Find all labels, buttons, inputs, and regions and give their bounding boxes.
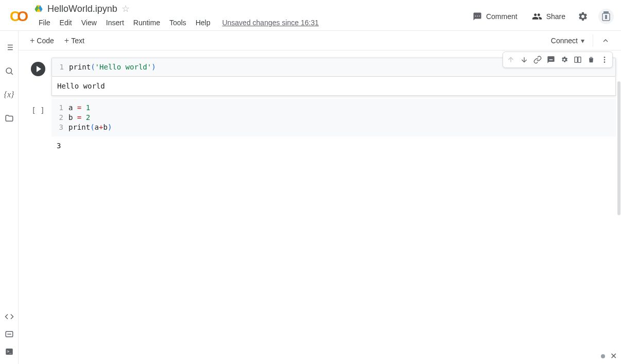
connect-button[interactable]: Connect ▾: [547, 34, 589, 47]
code-line[interactable]: 1a = 1: [53, 103, 611, 113]
cell-action-delete-icon[interactable]: [584, 53, 598, 66]
star-icon[interactable]: ☆: [122, 3, 130, 14]
share-icon: [532, 11, 542, 22]
variables-icon[interactable]: {x}: [4, 90, 14, 100]
add-text-button[interactable]: + Text: [60, 34, 89, 47]
svg-point-21: [604, 61, 606, 63]
share-button[interactable]: Share: [527, 8, 571, 25]
menu-file[interactable]: File: [34, 16, 55, 29]
cell-action-bar: [503, 51, 613, 68]
svg-rect-18: [578, 57, 581, 63]
cell-action-more-icon[interactable]: [598, 53, 611, 66]
code-line[interactable]: 2b = 2: [53, 113, 611, 123]
save-status[interactable]: Unsaved changes since 16:31: [215, 19, 319, 27]
comment-icon: [473, 12, 482, 21]
menu-view[interactable]: View: [77, 16, 101, 29]
command-palette-icon[interactable]: [4, 329, 14, 339]
dropdown-icon: ▾: [581, 37, 584, 45]
collapse-icon[interactable]: [597, 34, 614, 47]
svg-rect-17: [575, 57, 577, 63]
menu-runtime[interactable]: Runtime: [129, 16, 165, 29]
close-icon[interactable]: ✕: [610, 351, 617, 361]
status-dot: [601, 354, 605, 358]
left-sidebar: {x} >_: [0, 31, 19, 364]
status-bar: ✕: [601, 351, 617, 361]
svg-line-10: [11, 73, 12, 74]
add-code-button[interactable]: + Code: [26, 34, 58, 47]
colab-logo[interactable]: CO: [4, 2, 31, 30]
menu-help[interactable]: Help: [191, 16, 215, 29]
cell-action-up-icon: [504, 53, 518, 66]
notebook-toolbar: + Code + Text Connect ▾: [19, 31, 621, 50]
menu-edit[interactable]: Edit: [55, 16, 77, 29]
settings-icon[interactable]: [575, 8, 591, 25]
comment-button[interactable]: Comment: [468, 9, 523, 24]
cell-output: Hello world: [51, 77, 616, 96]
search-icon[interactable]: [4, 66, 14, 76]
code-editor[interactable]: 1a = 12b = 23print(a+b): [51, 99, 616, 136]
scrollbar-thumb[interactable]: [617, 81, 620, 215]
cell-action-comment-icon[interactable]: [544, 53, 558, 66]
svg-point-20: [604, 59, 606, 61]
code-line[interactable]: 3print(a+b): [53, 123, 611, 132]
svg-point-9: [6, 68, 12, 74]
svg-point-19: [604, 57, 606, 58]
cell-action-down-icon[interactable]: [518, 53, 531, 66]
cell-action-mirror-icon[interactable]: [571, 53, 584, 66]
cell-action-link-icon[interactable]: [531, 53, 544, 66]
cell-output: 3: [51, 136, 616, 155]
svg-text:>_: >_: [7, 349, 12, 354]
notebook-title[interactable]: HelloWorld.ipynb: [47, 4, 117, 14]
menu-bar: FileEditViewInsertRuntimeToolsHelpUnsave…: [31, 14, 468, 29]
code-cell[interactable]: 1print('Hello world')Hello world: [28, 58, 616, 96]
scrollbar[interactable]: [617, 81, 620, 352]
share-label: Share: [546, 12, 565, 21]
menu-insert[interactable]: Insert: [101, 16, 129, 29]
account-avatar[interactable]: [598, 9, 614, 24]
cell-action-settings-icon[interactable]: [558, 53, 571, 66]
toc-icon[interactable]: [4, 42, 14, 53]
run-cell-button[interactable]: [ ]: [31, 103, 45, 117]
run-cell-button[interactable]: [31, 62, 45, 76]
code-snippets-icon[interactable]: [4, 311, 14, 322]
comment-label: Comment: [486, 12, 518, 21]
menu-tools[interactable]: Tools: [165, 16, 191, 29]
add-code-label: Code: [37, 37, 54, 45]
files-icon[interactable]: [4, 113, 14, 124]
drive-icon: [34, 4, 43, 13]
plus-icon: +: [64, 36, 69, 45]
terminal-icon[interactable]: >_: [4, 346, 14, 357]
connect-label: Connect: [551, 37, 578, 45]
plus-icon: +: [30, 36, 34, 45]
add-text-label: Text: [71, 37, 84, 45]
code-cell[interactable]: [ ]1a = 12b = 23print(a+b)3: [28, 99, 616, 155]
notebook-area[interactable]: 1print('Hello world')Hello world[ ]1a = …: [19, 50, 621, 364]
divider: [593, 34, 593, 47]
svg-rect-2: [605, 15, 607, 19]
